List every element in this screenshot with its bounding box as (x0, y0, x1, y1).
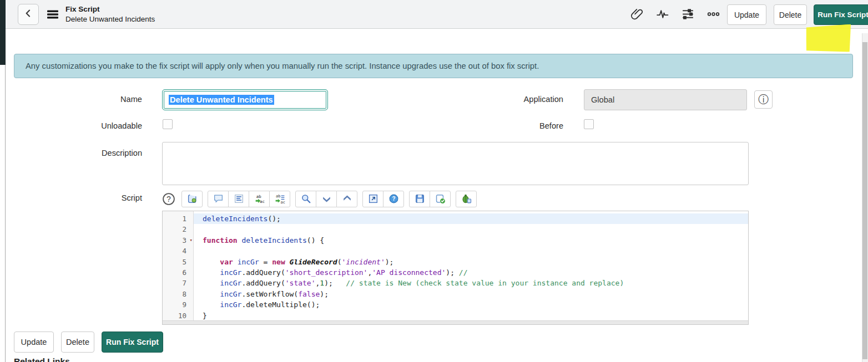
context-menu-icon[interactable] (46, 8, 60, 21)
hamburger-icon (46, 13, 60, 23)
update-button-footer[interactable]: Update (14, 332, 54, 353)
nav-border (5, 65, 6, 362)
debug-script-button[interactable] (456, 191, 477, 207)
collapsed-nav-strip[interactable] (0, 0, 6, 65)
code-line[interactable]: 5 var incGr = new GlideRecord('incident'… (163, 257, 748, 267)
page-title: Fix Script (65, 4, 155, 14)
update-button-header[interactable]: Update (727, 4, 766, 25)
edit-script-icon (187, 193, 198, 204)
code-line[interactable]: 2 (163, 224, 748, 234)
save-script-button[interactable] (409, 191, 430, 207)
application-label: Application (447, 95, 563, 104)
code-text: function deleteIncidents() { (194, 235, 748, 246)
name-input-selected-text: Delete Unwanted Incidents (169, 95, 274, 105)
code-line[interactable]: 1deleteIncidents(); (163, 213, 748, 224)
fix-script-page: Fix Script Delete Unwanted Incidents Upd… (0, 0, 868, 362)
name-input[interactable]: Delete Unwanted Incidents (162, 89, 328, 110)
help-blue-icon: ? (388, 193, 399, 204)
activity-stream-icon[interactable] (655, 7, 669, 21)
attachment-icon[interactable] (630, 7, 644, 21)
toggle-fullscreen-button[interactable] (362, 191, 383, 207)
toolbar-group (295, 191, 357, 207)
toggle-comment-button[interactable] (208, 191, 229, 207)
application-field: Global (584, 89, 747, 110)
line-number: 6 (163, 267, 194, 278)
line-number: 9 (163, 299, 194, 310)
find-next-icon (321, 193, 332, 204)
delete-button-footer[interactable]: Delete (61, 332, 94, 353)
replace-icon: abac (254, 193, 265, 204)
svg-text:ac: ac (280, 200, 285, 204)
name-label: Name (26, 95, 142, 104)
svg-text:?: ? (392, 196, 395, 202)
application-info-button[interactable]: ⓘ (754, 90, 773, 109)
script-editor-toolbar: ? abacabac? (162, 190, 477, 207)
before-label: Before (447, 121, 563, 130)
info-banner-text: Any customizations you make to the fix s… (26, 62, 539, 70)
code-lines: 1deleteIncidents();23▾function deleteInc… (163, 213, 748, 321)
before-checkbox[interactable] (584, 119, 594, 129)
script-code-editor[interactable]: 1deleteIncidents();23▾function deleteInc… (162, 211, 749, 325)
highlighter-annotation (805, 24, 852, 55)
run-fix-script-button-footer[interactable]: Run Fix Script (102, 332, 163, 353)
fullscreen-icon (368, 193, 379, 204)
line-number: 2 (163, 224, 194, 234)
description-textarea[interactable] (162, 142, 749, 185)
application-value: Global (591, 95, 614, 104)
unloadable-checkbox[interactable] (163, 119, 173, 129)
code-line[interactable]: 9 incGr.deleteMultiple(); (163, 299, 748, 310)
find-prev-icon (342, 193, 352, 204)
code-text: var incGr = new GlideRecord('incident'); (194, 257, 748, 267)
comment-icon (213, 193, 224, 204)
more-options-icon[interactable] (706, 7, 720, 21)
code-line[interactable]: 8 incGr.setWorkflow(false); (163, 289, 748, 299)
toolbar-group: abacabac (208, 191, 290, 207)
editor-preferences-button[interactable] (181, 191, 203, 207)
line-number: 5 (163, 257, 194, 267)
format-code-button[interactable] (228, 191, 249, 207)
code-text: incGr.addQuery('short_description','AP d… (194, 267, 748, 278)
editor-help-button[interactable]: ? (383, 191, 404, 207)
editor-horizontal-scrollbar[interactable] (163, 320, 748, 324)
code-line[interactable]: 6 incGr.addQuery('short_description','AP… (163, 267, 748, 278)
line-number: 7 (163, 278, 194, 288)
code-line[interactable]: 3▾function deleteIncidents() { (163, 235, 748, 246)
code-line[interactable]: 10} (163, 310, 748, 321)
header-icon-bar (630, 7, 720, 21)
toolbar-group (409, 191, 451, 207)
run-fix-script-button-header[interactable]: Run Fix Script (814, 4, 868, 25)
replace-all-button[interactable]: abac (269, 191, 290, 207)
save-icon (415, 193, 425, 204)
code-line[interactable]: 7 incGr.addQuery('state',1); // state is… (163, 278, 748, 288)
toolbar-group: ? (362, 191, 404, 207)
description-label: Description (26, 149, 142, 157)
find-previous-button[interactable] (336, 191, 357, 207)
script-help-icon[interactable]: ? (162, 192, 175, 206)
code-text (194, 246, 748, 256)
code-text: incGr.deleteMultiple(); (194, 299, 748, 310)
check-syntax-button[interactable] (430, 191, 451, 207)
replace-button[interactable]: abac (249, 191, 270, 207)
format-code-icon (234, 193, 244, 204)
scrollbar-thumb[interactable] (862, 42, 867, 359)
find-next-button[interactable] (316, 191, 337, 207)
personalize-form-icon[interactable] (681, 7, 695, 21)
svg-text:ab: ab (276, 194, 280, 198)
line-number: 1 (163, 213, 194, 224)
chevron-left-icon (23, 8, 34, 21)
code-text: deleteIncidents(); (194, 213, 748, 224)
replace-all-icon: abac (275, 193, 285, 204)
find-button[interactable] (295, 191, 316, 207)
toolbar-group (456, 191, 477, 207)
back-button[interactable] (18, 4, 39, 25)
unloadable-label: Unloadable (26, 121, 142, 130)
svg-text:ac: ac (260, 199, 265, 204)
search-icon (301, 193, 311, 204)
code-text: incGr.setWorkflow(false); (194, 289, 748, 299)
fold-arrow-icon[interactable]: ▾ (190, 235, 193, 246)
syntax-check-icon (435, 193, 446, 204)
code-text (194, 224, 748, 234)
delete-button-header[interactable]: Delete (774, 4, 807, 25)
related-links-heading: Related Links (14, 357, 180, 362)
code-line[interactable]: 4 (163, 246, 748, 256)
